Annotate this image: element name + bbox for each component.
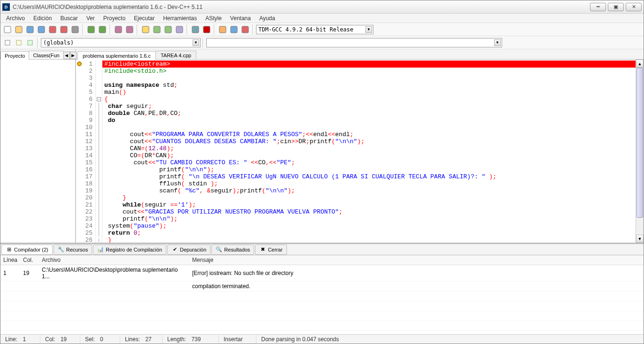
fold-cell[interactable] <box>96 237 102 244</box>
fold-cell[interactable] <box>96 117 102 124</box>
run-button[interactable] <box>152 24 162 35</box>
save-button[interactable] <box>25 24 35 35</box>
compiler-output[interactable]: LíneaCol.ArchivoMensaje 119C:\Users\MAUR… <box>0 255 644 334</box>
fold-cell[interactable] <box>96 75 102 82</box>
menu-astyle[interactable]: AStyle <box>202 14 225 23</box>
fold-column[interactable]: - <box>96 60 102 243</box>
menu-proyecto[interactable]: Proyecto <box>100 14 129 23</box>
print-button[interactable] <box>70 24 80 35</box>
close-window-button[interactable]: ✕ <box>626 3 642 11</box>
output-tab[interactable]: ✖Cerrar <box>255 245 287 255</box>
code-line[interactable]: cout<<"PROGRAMA PARA CONVERTIR DOLARES A… <box>102 131 636 138</box>
fold-cell[interactable] <box>96 166 102 173</box>
chevron-down-icon[interactable]: ▼ <box>193 39 199 46</box>
code-line[interactable]: printf("\n\n"); <box>102 215 636 222</box>
new-button[interactable] <box>2 24 13 35</box>
code-line[interactable]: #include<stdio.h> <box>102 68 636 75</box>
side-tabs-scroll-right[interactable]: ▶ <box>70 52 77 59</box>
compiler-profile-combo[interactable]: TDM-GCC 4.9.2 64-bit Release▼ <box>256 25 373 34</box>
code-line[interactable]: system("pause"); <box>102 222 636 229</box>
code-line[interactable]: CO=(DR*CAN); <box>102 152 636 159</box>
code-line[interactable]: printf( "\n DESEAS VERIFICAR UgN NUEVO C… <box>102 173 636 180</box>
replace-button[interactable] <box>124 24 135 35</box>
chevron-down-icon[interactable]: ▼ <box>365 26 372 33</box>
bug-button[interactable] <box>240 24 250 35</box>
code-line[interactable]: double CAN,PE,DR,CO; <box>102 110 636 117</box>
close-button[interactable] <box>47 24 58 35</box>
rebuild-button[interactable] <box>174 24 185 35</box>
output-tab[interactable]: ✔Depuración <box>167 245 210 255</box>
code-line[interactable] <box>102 124 636 131</box>
vertical-scrollbar[interactable]: ▲ ▼ <box>636 60 644 243</box>
scroll-thumb[interactable] <box>636 68 643 218</box>
code-line[interactable]: do <box>102 117 636 124</box>
side-tab-clases[interactable]: Clases(Fun <box>29 51 63 59</box>
fold-cell[interactable] <box>96 173 102 180</box>
fold-cell[interactable] <box>96 229 102 237</box>
bookmark-btn-1[interactable] <box>2 38 13 48</box>
bookmark-btn-2[interactable] <box>14 38 24 48</box>
fold-cell[interactable] <box>96 194 102 201</box>
fold-cell[interactable] <box>96 222 102 229</box>
fold-cell[interactable] <box>96 145 102 152</box>
compilerun-button[interactable] <box>163 24 173 35</box>
fold-cell[interactable] <box>96 159 102 166</box>
scroll-track[interactable] <box>636 68 644 235</box>
fold-cell[interactable] <box>96 201 102 208</box>
menu-ver[interactable]: Ver <box>83 14 99 23</box>
menu-ayuda[interactable]: Ayuda <box>256 14 279 23</box>
maximize-button[interactable]: ▣ <box>608 3 624 11</box>
code-line[interactable]: } <box>102 237 636 243</box>
code-line[interactable]: char seguir; <box>102 103 636 110</box>
profile-button[interactable] <box>217 24 228 35</box>
fold-cell[interactable] <box>96 152 102 159</box>
stop-button[interactable] <box>202 24 212 35</box>
fold-cell[interactable] <box>96 131 102 138</box>
redo-button[interactable] <box>97 24 108 35</box>
globals-combo[interactable]: (globals) ▼ <box>41 38 201 47</box>
code-line[interactable]: cout<<"CUANTOS DOLARES DESEAS CAMBIAR: "… <box>102 138 636 145</box>
code-line[interactable]: { <box>102 96 636 103</box>
undo-button[interactable] <box>86 24 96 35</box>
compile-button[interactable] <box>140 24 151 35</box>
code-line[interactable]: return 0; <box>102 229 636 237</box>
fold-cell[interactable] <box>96 82 102 89</box>
code-line[interactable]: fflush( stdin ); <box>102 180 636 187</box>
output-tab[interactable]: 📊Registro de Compilación <box>93 245 166 255</box>
compiler-header[interactable]: Línea <box>0 255 20 265</box>
open-button[interactable] <box>14 24 24 35</box>
bookmark-btn-3[interactable] <box>25 38 35 48</box>
fold-cell[interactable] <box>96 61 102 68</box>
compiler-row[interactable]: 119C:\Users\MAURICIO\Desktop\problema su… <box>0 265 644 282</box>
fold-cell[interactable] <box>96 89 102 96</box>
menu-herramientas[interactable]: Herramientas <box>159 14 201 23</box>
compiler-header[interactable]: Mensaje <box>189 255 644 265</box>
fold-cell[interactable] <box>96 124 102 131</box>
code-line[interactable]: #include<iostream> <box>102 61 636 68</box>
fold-cell[interactable] <box>96 180 102 187</box>
debug-button[interactable] <box>190 24 201 35</box>
menu-ventana[interactable]: Ventana <box>226 14 255 23</box>
compiler-row[interactable]: compilation terminated. <box>0 282 644 291</box>
fold-cell[interactable]: - <box>96 96 102 103</box>
fold-cell[interactable] <box>96 68 102 75</box>
code-line[interactable]: using namespace std; <box>102 82 636 89</box>
side-tab-proyecto[interactable]: Proyecto <box>0 51 29 60</box>
project-tree[interactable] <box>0 60 75 243</box>
closeall-button[interactable] <box>59 24 69 35</box>
output-tab[interactable]: ⊞Compilador (2) <box>1 245 53 255</box>
code-line[interactable]: cout<<"GRACIAS POR UTILIZAR NUESTRO PROG… <box>102 208 636 215</box>
code-line[interactable]: cout<<"TU CAMBIO CORRECTO ES: " <<CO,<<"… <box>102 159 636 166</box>
chart-button[interactable] <box>229 24 239 35</box>
fold-cell[interactable] <box>96 208 102 215</box>
menu-buscar[interactable]: Buscar <box>56 14 81 23</box>
minimize-button[interactable]: ━ <box>590 3 606 11</box>
chevron-down-icon[interactable]: ▼ <box>494 39 501 46</box>
editor-tab[interactable]: TAREA 4.cpp <box>155 51 196 59</box>
find-button[interactable] <box>113 24 124 35</box>
symbols-combo[interactable]: ▼ <box>206 38 502 47</box>
code-line[interactable] <box>102 75 636 82</box>
compiler-header[interactable]: Archivo <box>39 255 189 265</box>
compiler-header[interactable]: Col. <box>20 255 39 265</box>
code-line[interactable]: while(seguir =='1'); <box>102 201 636 208</box>
